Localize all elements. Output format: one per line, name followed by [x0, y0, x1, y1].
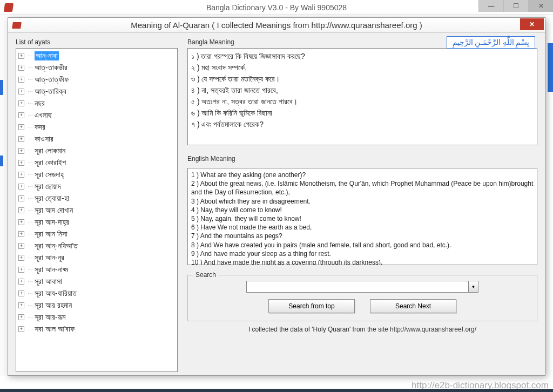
- dialog-titlebar[interactable]: Meaning of Al-Quaran ( I collected Meani…: [8, 18, 545, 33]
- expand-icon[interactable]: +: [18, 207, 24, 213]
- expand-icon[interactable]: +: [18, 267, 24, 273]
- tree-item[interactable]: +⋯আত্-তাকভীর: [16, 62, 177, 73]
- english-line: 10 ) And have made the night as a coveri…: [191, 258, 534, 265]
- english-line: 7 ) And the mountains as pegs?: [191, 232, 534, 240]
- tree-item[interactable]: +⋯সূরা লোকমান: [16, 145, 177, 157]
- expand-icon[interactable]: +: [18, 195, 24, 201]
- bangla-line: ৪ ) না, সত্বরই তারা জানতে পারবে,: [191, 85, 534, 96]
- quran-meaning-dialog: Meaning of Al-Quaran ( I collected Meani…: [8, 17, 545, 376]
- expand-icon[interactable]: +: [18, 314, 24, 320]
- bangla-line: ৫ ) অতঃপর না, সত্বর তারা জানতে পারবে।: [191, 96, 534, 107]
- english-meaning-textbox[interactable]: 1 ) What are they asking (one another)?2…: [187, 168, 537, 265]
- search-from-top-button[interactable]: Search from top: [268, 299, 355, 313]
- expand-icon[interactable]: +: [18, 302, 24, 308]
- tree-item[interactable]: +⋯সূরা আদ দোখান: [16, 204, 177, 216]
- tree-item-label: সূরা আর-রূম: [35, 313, 65, 322]
- tree-item-label: এখলাছ: [35, 111, 52, 120]
- expand-icon[interactable]: +: [18, 89, 24, 94]
- expand-icon[interactable]: +: [18, 231, 24, 237]
- search-legend: Search: [193, 271, 218, 279]
- tree-item[interactable]: +⋯সূরা ছোয়াদ: [16, 180, 177, 192]
- tree-item-label: সূরা আবাসা: [35, 277, 62, 286]
- expand-icon[interactable]: +: [18, 160, 24, 166]
- bangla-line: ৬ ) আমি কি করিনি ভূমিকে বিছানা: [191, 107, 534, 119]
- tree-item-label: সূরা আন-নূর: [35, 253, 64, 262]
- dialog-close-button[interactable]: ✕: [520, 18, 544, 30]
- tree-item[interactable]: +⋯আন্-নাবা: [16, 50, 177, 62]
- tree-item[interactable]: +⋯সূরা আর-রূম: [16, 311, 177, 323]
- tree-item[interactable]: +⋯আত্-তাত্ফীফ: [16, 73, 177, 85]
- tree-item[interactable]: +⋯আত্-তারিক্ব: [16, 85, 177, 97]
- tree-item[interactable]: +⋯সূরা কোরাইশ: [16, 157, 177, 168]
- expand-icon[interactable]: +: [18, 148, 24, 154]
- tree-item-label: সূরা আন-নায্ম: [35, 265, 68, 274]
- tree-item[interactable]: +⋯সূরা আর রহমান: [16, 299, 177, 311]
- tree-item[interactable]: +⋯সূরা আন নিসা: [16, 228, 177, 240]
- tree-item[interactable]: +⋯সূরা আয-যারিয়াত: [16, 287, 177, 299]
- tree-item[interactable]: +⋯সূরা আবাসা: [16, 275, 177, 287]
- expand-icon[interactable]: +: [18, 219, 24, 225]
- minimize-button[interactable]: [478, 0, 503, 12]
- expand-icon[interactable]: +: [18, 326, 24, 332]
- chevron-down-icon[interactable]: ▼: [468, 281, 478, 292]
- tree-item-label: সূরা আন্-নযিআ'ত: [35, 241, 78, 251]
- expand-icon[interactable]: +: [18, 290, 24, 296]
- tree-item[interactable]: +⋯সূরা সেজদাহ্: [16, 168, 177, 180]
- tree-item[interactable]: +⋯সূরা ত্বোয়া-হা: [16, 192, 177, 204]
- search-next-button[interactable]: Search Next: [370, 299, 456, 313]
- tree-item[interactable]: +⋯সূরা আদ-দাহ্র: [16, 216, 177, 228]
- bangla-line: ৭ ) এবং পর্বতমালাকে পেরেক?: [191, 119, 534, 130]
- tree-item[interactable]: +⋯কাওসার: [16, 133, 177, 145]
- expand-icon[interactable]: +: [18, 77, 24, 83]
- english-line: 9 ) And have made your sleep as a thing …: [191, 249, 534, 258]
- search-combobox[interactable]: ▼: [246, 281, 478, 293]
- tree-item-label: আত্-তারিক্ব: [35, 87, 66, 96]
- tree-item-label: আত্-তাত্ফীফ: [35, 75, 69, 84]
- tree-item-label: সূরা আদ-দাহ্র: [35, 218, 69, 227]
- tree-item[interactable]: +⋯সূরা আন-নায্ম: [16, 263, 177, 275]
- expand-icon[interactable]: +: [18, 100, 24, 106]
- expand-icon[interactable]: +: [18, 255, 24, 261]
- tree-item[interactable]: +⋯সূরা আন্-নযিআ'ত: [16, 240, 177, 252]
- english-line: 2 ) About the great news, (i.e. Islâmic …: [191, 179, 534, 197]
- bangla-line: ৩ ) যে সম্পর্কে তারা মতানৈক্য করে।: [191, 73, 534, 85]
- tree-item[interactable]: +⋯এখলাছ: [16, 109, 177, 121]
- tree-item[interactable]: +⋯সবা আল আ'বাফ: [16, 323, 177, 335]
- tree-item-label: সূরা আদ দোখান: [35, 206, 73, 215]
- expand-icon[interactable]: +: [18, 279, 24, 285]
- ayat-list-label: List of ayats: [16, 38, 178, 46]
- bangla-line: ২ ) মহা সংবাদ সম্পর্কে,: [191, 62, 534, 73]
- footer-credit: I collected the data of 'Holy Quaran' fr…: [187, 326, 537, 333]
- tree-item[interactable]: +⋯নছর: [16, 97, 177, 109]
- english-line: 1 ) What are they asking (one another)?: [191, 171, 534, 179]
- expand-icon[interactable]: +: [18, 53, 24, 59]
- tree-item[interactable]: +⋯কদর: [16, 121, 177, 133]
- tree-item-label: সূরা কোরাইশ: [35, 158, 66, 167]
- search-input[interactable]: [247, 281, 468, 292]
- tree-item-label: কদর: [35, 123, 45, 132]
- english-line: 4 ) Nay, they will come to know!: [191, 206, 534, 214]
- close-button[interactable]: [528, 0, 553, 12]
- english-line: 8 ) And We have created you in pairs (ma…: [191, 241, 534, 249]
- tree-item-label: সূরা লোকমান: [35, 146, 65, 156]
- expand-icon[interactable]: +: [18, 136, 24, 142]
- maximize-button[interactable]: [503, 0, 528, 12]
- bismillah-label: بِسْمِ اللَّهِ الرَّحْمَـٰنِ الرَّحِيمِ: [447, 36, 536, 49]
- english-meaning-label: English Meaning: [187, 155, 537, 163]
- bangla-meaning-textbox[interactable]: ১ ) তারা পরস্পরে কি বিষয়ে জিজ্ঞাসাবাদ ক…: [187, 48, 537, 145]
- bangla-line: ১ ) তারা পরস্পরে কি বিষয়ে জিজ্ঞাসাবাদ ক…: [191, 51, 534, 62]
- tree-item-label: সূরা ছোয়াদ: [35, 182, 61, 191]
- ayat-tree[interactable]: +⋯আন্-নাবা+⋯আত্-তাকভীর+⋯আত্-তাত্ফীফ+⋯আত্…: [16, 48, 178, 372]
- expand-icon[interactable]: +: [18, 65, 24, 71]
- tree-item-label: কাওসার: [35, 134, 53, 144]
- background-left-edge: [0, 15, 5, 376]
- expand-icon[interactable]: +: [18, 184, 24, 190]
- expand-icon[interactable]: +: [18, 124, 24, 130]
- expand-icon[interactable]: +: [18, 112, 24, 118]
- tree-item-label: সূরা ত্বোয়া-হা: [35, 194, 69, 203]
- tree-item-label: সূরা আন নিসা: [35, 229, 68, 239]
- expand-icon[interactable]: +: [18, 172, 24, 178]
- tree-item-label: সবা আল আ'বাফ: [35, 325, 75, 334]
- expand-icon[interactable]: +: [18, 243, 24, 249]
- tree-item[interactable]: +⋯সূরা আন-নূর: [16, 252, 177, 263]
